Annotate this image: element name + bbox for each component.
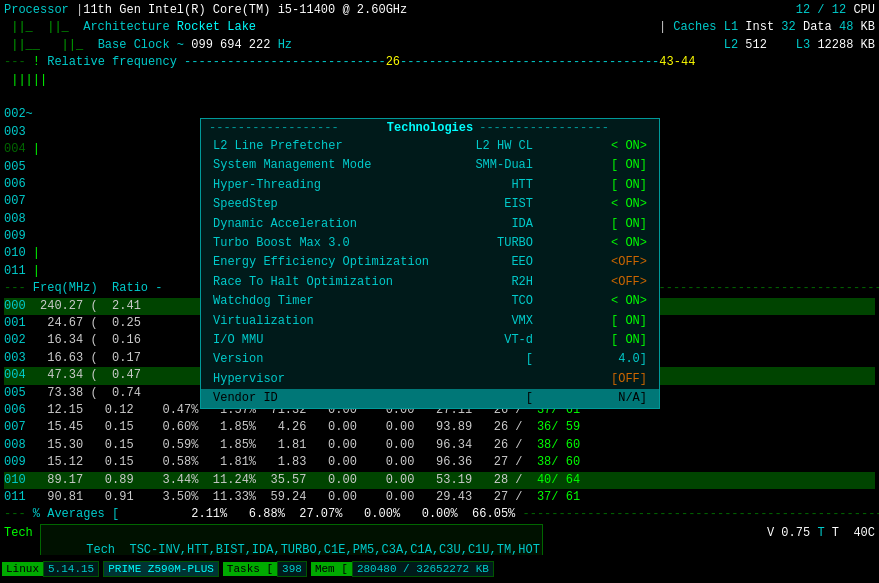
separator-line1: --- ! Relative frequency ---------------… <box>4 54 875 71</box>
modal-col-mid-10: VT-d <box>473 332 533 349</box>
modal-row-10: I/O MMU VT-d [ ON] <box>201 331 659 350</box>
technologies-modal: ------------------ Technologies --------… <box>200 118 660 409</box>
arch-value: Rocket Lake <box>177 19 256 36</box>
modal-col-left-10: I/O MMU <box>213 332 473 349</box>
l1i-sep <box>738 19 745 36</box>
modal-title: Technologies <box>381 121 479 135</box>
data-row-009: 009 15.12 0.15 0.58% 1.81% 1.83 0.00 0.0… <box>4 454 875 471</box>
modal-col-right-0: < ON> <box>533 138 647 155</box>
modal-col-left-2: Hyper-Threading <box>213 177 473 194</box>
terminal-screen: Processor | 11th Gen Intel(R) Core(TM) i… <box>0 0 879 583</box>
modal-col-left-7: Race To Halt Optimization <box>213 274 473 291</box>
modal-col-left-11: Version <box>213 351 473 368</box>
modal-col-left-3: SpeedStep <box>213 196 473 213</box>
processor-name: 11th Gen Intel(R) Core(TM) i5-11400 @ 2.… <box>83 2 407 19</box>
tasks-label: Tasks [ <box>223 562 277 576</box>
modal-col-right-11: 4.0] <box>533 351 647 368</box>
status-bar: Linux 5.14.15 PRIME Z590M-PLUS Tasks [ 3… <box>0 555 879 583</box>
separator-line2: ||||| <box>4 72 875 89</box>
cpu-label <box>846 2 853 19</box>
l1d-label: Data <box>803 19 832 36</box>
modal-row-4: Dynamic Acceleration IDA [ ON] <box>201 215 659 234</box>
modal-col-left-12: Hypervisor <box>213 371 473 388</box>
l2-label: L2 <box>724 37 738 54</box>
empty1 <box>4 89 875 106</box>
base-clock-label: Base Clock ~ <box>98 37 184 54</box>
modal-col-right-7: <OFF> <box>533 274 647 291</box>
l3-label: L3 <box>796 37 810 54</box>
modal-row-12: Hypervisor [OFF] <box>201 370 659 389</box>
modal-row-13-highlight[interactable]: Vendor ID [ N/A] <box>201 389 659 408</box>
modal-row-2: Hyper-Threading HTT [ ON] <box>201 176 659 195</box>
base-clock-line: ||__ ||_ Base Clock ~ 099 694 222 Hz L2 … <box>4 37 875 54</box>
modal-title-bar: ------------------ Technologies --------… <box>201 119 659 137</box>
kb3: KB <box>861 37 875 54</box>
modal-col-right-2: [ ON] <box>533 177 647 194</box>
modal-row-6: Energy Efficiency Optimization EEO <OFF> <box>201 253 659 272</box>
l1i-value: 32 <box>774 19 803 36</box>
l3-kb <box>853 37 860 54</box>
modal-row-8: Watchdog Timer TCO < ON> <box>201 292 659 311</box>
arch-label: Architecture <box>83 19 169 36</box>
bar-chars2: ||__ ||_ <box>4 37 98 54</box>
l1d-value: 48 <box>832 19 861 36</box>
linux-label: Linux <box>2 562 43 576</box>
data-row-010: 010 89.17 0.89 3.44% 11.24% 35.57 0.00 0… <box>4 472 875 489</box>
modal-col-mid-3: EIST <box>473 196 533 213</box>
cache-sep: | <box>659 19 673 36</box>
modal-col-right-12: [OFF] <box>533 371 647 388</box>
modal-col-right-1: [ ON] <box>533 157 647 174</box>
l3-value: 12288 <box>817 37 853 54</box>
processor-line: Processor | 11th Gen Intel(R) Core(TM) i… <box>4 2 875 19</box>
modal-col-mid-2: HTT <box>473 177 533 194</box>
modal-col-left-4: Dynamic Acceleration <box>213 216 473 233</box>
l2-sep <box>738 37 745 54</box>
modal-row-0: L2 Line Prefetcher L2 HW CL < ON> <box>201 137 659 156</box>
board-status: PRIME Z590M-PLUS <box>103 561 219 577</box>
l2-value: 512 <box>745 37 767 54</box>
kb1: KB <box>861 19 875 36</box>
modal-col-mid-9: VMX <box>473 313 533 330</box>
modal-col-right-6: <OFF> <box>533 254 647 271</box>
modal-col-right-9: [ ON] <box>533 313 647 330</box>
data-row-008: 008 15.30 0.15 0.59% 1.85% 1.81 0.00 0.0… <box>4 437 875 454</box>
l2-kb <box>767 37 796 54</box>
modal-row-7: Race To Halt Optimization R2H <OFF> <box>201 273 659 292</box>
modal-row-1: System Management Mode SMM-Dual [ ON] <box>201 156 659 175</box>
modal-col-left-9: Virtualization <box>213 313 473 330</box>
modal-col-right-5: < ON> <box>533 235 647 252</box>
l3-sep <box>810 37 817 54</box>
tasks-status: Tasks [ 398 <box>223 561 307 577</box>
mem-value: 280480 / 32652272 KB <box>352 561 494 577</box>
base-clock-value: 099 694 222 <box>184 37 278 54</box>
arch-line: ||_ ||_ Architecture Rocket Lake | Cache… <box>4 19 875 36</box>
modal-col-right-4: [ ON] <box>533 216 647 233</box>
l1i-label: Inst <box>745 19 774 36</box>
modal-col-left-5: Turbo Boost Max 3.0 <box>213 235 473 252</box>
modal-col-mid-4: IDA <box>473 216 533 233</box>
linux-value: 5.14.15 <box>43 561 99 577</box>
modal-dashes-left: ------------------ <box>209 121 381 135</box>
modal-col-mid-8: TCO <box>473 293 533 310</box>
cpu-label-text: CPU <box>853 2 875 19</box>
modal-col-right-13: N/A] <box>533 390 647 407</box>
mem-status: Mem [ 280480 / 32652272 KB <box>311 561 494 577</box>
modal-col-mid-0: L2 HW CL <box>473 138 533 155</box>
averages-row: --- % Averages [ 2.11% 6.88% 27.07% 0.00… <box>4 506 875 523</box>
modal-col-mid-1: SMM-Dual <box>473 157 533 174</box>
modal-row-11: Version [ 4.0] <box>201 350 659 369</box>
modal-col-left-0: L2 Line Prefetcher <box>213 138 473 155</box>
linux-status: Linux 5.14.15 <box>2 561 99 577</box>
modal-col-mid-12 <box>473 371 533 388</box>
processor-label: Processor <box>4 2 69 19</box>
modal-col-mid-13: [ <box>473 390 533 407</box>
modal-row-9: Virtualization VMX [ ON] <box>201 312 659 331</box>
arch-sep <box>170 19 177 36</box>
modal-col-right-8: < ON> <box>533 293 647 310</box>
modal-row-5: Turbo Boost Max 3.0 TURBO < ON> <box>201 234 659 253</box>
modal-col-mid-7: R2H <box>473 274 533 291</box>
cpu-count: 12 / 12 <box>796 2 846 19</box>
modal-col-left-8: Watchdog Timer <box>213 293 473 310</box>
bar-chars: ||_ ||_ <box>4 19 83 36</box>
modal-col-mid-5: TURBO <box>473 235 533 252</box>
